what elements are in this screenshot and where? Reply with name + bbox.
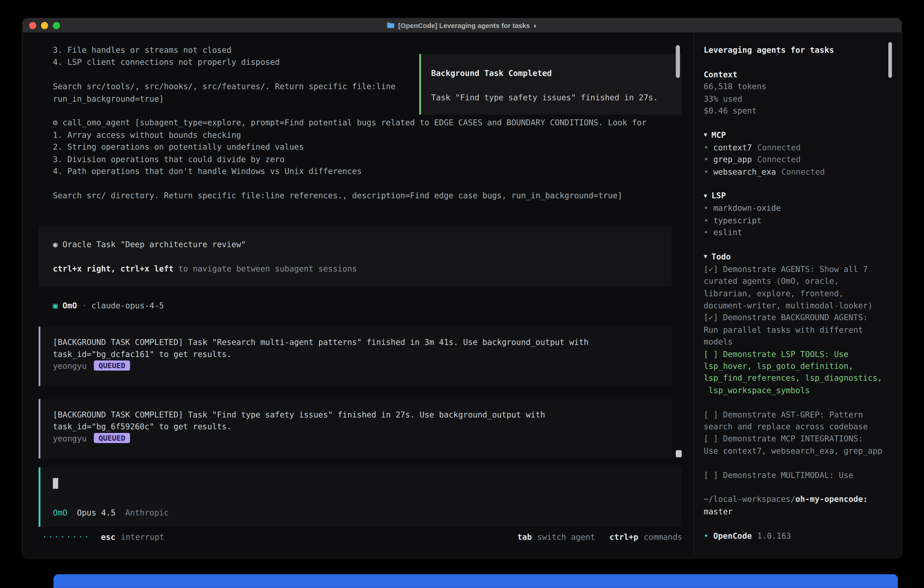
oracle-task-title-line: ◉ Oracle Task "Deep architecture review" (53, 238, 672, 250)
input-model-label: Opus 4.5 (67, 507, 116, 517)
todo-line: [ ] Demonstrate MULTIMODAL: Use (704, 469, 888, 481)
lsp-name: eslint (713, 227, 742, 237)
bullet-icon: • (704, 203, 708, 213)
oracle-hint-keys: ctrl+x right, ctrl+x left (53, 264, 173, 273)
queued-message: [BACKGROUND TASK COMPLETED] Task "Resear… (39, 327, 672, 386)
queued-badge: QUEUED (94, 361, 130, 371)
lsp-section-heading[interactable]: ▼LSP (704, 190, 888, 202)
todo-item-active: [ ] Demonstrate LSP TOOLS: Uselsp_hover,… (704, 348, 888, 396)
ctrlp-key: ctrl+p (609, 532, 638, 542)
tab-hint: tabswitch agent (518, 531, 595, 543)
main-scrollbar-thumb[interactable] (676, 45, 680, 78)
lsp-name: typescript (713, 215, 761, 225)
chevron-down-icon: ▼ (704, 253, 707, 260)
spacer (704, 178, 888, 190)
traffic-lights (29, 21, 60, 29)
todo-line: document-writer, multimodal-looker) (704, 299, 888, 311)
todo-section-heading[interactable]: ▼Todo (704, 251, 888, 263)
terminal-line: 4. Path operations that don't handle Win… (53, 165, 672, 177)
esc-action: interrupt (121, 532, 164, 542)
input-provider-label: Anthropic (116, 507, 169, 517)
session-title: Leveraging agents for tasks (704, 44, 888, 56)
context-heading: Context (704, 68, 888, 80)
bullet-icon: • (704, 154, 708, 164)
status-bar-right: tabswitch agent ctrl+pcommands (518, 531, 682, 543)
lsp-item: •eslint (704, 226, 888, 238)
todo-line: [ ] Demonstrate LSP TOOLS: Use (704, 348, 888, 360)
queued-badge: QUEUED (94, 433, 130, 443)
spacer (704, 517, 888, 529)
bullet-icon: • (704, 227, 708, 237)
terminal-line (53, 177, 672, 189)
todo-line: [✓] Demonstrate AGENTS: Show all 7 (704, 263, 888, 275)
todo-line: lsp_find_references, lsp_diagnostics, (704, 372, 888, 384)
app-name: OpenCode (713, 531, 752, 540)
workspace-branch: master (704, 505, 888, 517)
esc-key: esc (101, 532, 116, 542)
mcp-name: grep_app (713, 154, 752, 164)
workspace-path-prefix: ~/local-workspaces/ (704, 494, 795, 504)
todo-line: [✓] Demonstrate BACKGROUND AGENTS: (704, 312, 888, 324)
version-row: •OpenCode1.0.163 (704, 530, 888, 542)
ctrlp-action: commands (644, 532, 682, 542)
esc-hint: escinterrupt (101, 531, 164, 543)
chat-main-area: 3. File handles or streams not closed4. … (23, 33, 693, 558)
message-author: yeongyu (53, 361, 87, 371)
mcp-status: Connected (781, 167, 825, 176)
lsp-name: markdown-oxide (713, 203, 781, 213)
message-line: [BACKGROUND TASK COMPLETED] Task "Resear… (53, 336, 672, 348)
spacer (704, 396, 888, 408)
message-lines: [BACKGROUND TASK COMPLETED] Task "Resear… (53, 336, 672, 360)
oracle-task-panel: ◉ Oracle Task "Deep architecture review"… (39, 226, 672, 286)
terminal-line: 2. String operations on potentially unde… (53, 141, 672, 153)
todo-line: librarian, explore, frontend, (704, 287, 888, 299)
message-line: task_id="bg_dcfac161" to get results. (53, 348, 672, 360)
minimize-button[interactable] (41, 21, 48, 29)
todo-line: lsp_hover, lsp_goto_definition, (704, 360, 888, 372)
workspace-path-name: oh-my-opencode: (795, 494, 868, 504)
ctrlp-hint: ctrl+pcommands (609, 531, 682, 543)
agent-header: ▣ OmO · claude-opus-4-5 (53, 299, 693, 312)
mcp-section-heading[interactable]: ▼MCP (704, 129, 888, 141)
terminal-folder-icon (386, 22, 395, 29)
spacer (704, 117, 888, 129)
sidebar-scrollbar-thumb[interactable] (888, 42, 892, 78)
message-author: yeongyu (53, 434, 87, 443)
chevron-down-icon: ▼ (704, 192, 707, 199)
background-window-edge[interactable] (53, 574, 898, 588)
mcp-status: Connected (757, 154, 800, 164)
oracle-hint-text: to navigate between subagent sessions (173, 264, 357, 273)
main-scrollbar-thumb-bottom[interactable] (676, 450, 681, 457)
lsp-item: •typescript (704, 214, 888, 226)
message-meta: yeongyuQUEUED (53, 433, 672, 445)
todo-line: lsp_workspace_symbols (704, 384, 888, 396)
mcp-name: context7 (713, 142, 752, 152)
todo-item: [ ] Demonstrate MULTIMODAL: Use (704, 469, 888, 481)
titlebar: [OpenCode] Leveraging agents for tasks ◐ (23, 18, 901, 33)
todo-line: search and replace across codebase (704, 420, 888, 433)
desktop: [OpenCode] Leveraging agents for tasks ◐… (0, 0, 924, 588)
mcp-name: websearch_exa (713, 167, 776, 176)
spacer (704, 481, 888, 493)
mcp-status: Connected (757, 142, 800, 152)
context-used: 33% used (704, 92, 888, 104)
zoom-button[interactable] (53, 21, 60, 29)
close-button[interactable] (29, 21, 36, 29)
workspace-path: ~/local-workspaces/oh-my-opencode: (704, 493, 888, 505)
todo-line: curated agents (OmO, oracle, (704, 275, 888, 287)
mcp-item: •grep_appConnected (704, 153, 888, 165)
todo-item: [ ] Demonstrate MCP INTEGRATIONS:Use con… (704, 433, 888, 457)
terminal-line: ⚙ call_omo_agent [subagent_type=explore,… (53, 117, 672, 129)
bullet-icon: • (704, 215, 708, 225)
mcp-heading-label: MCP (711, 130, 726, 139)
oracle-icon: ◉ (53, 239, 58, 249)
todo-line: models (704, 335, 888, 348)
message-meta: yeongyuQUEUED (53, 360, 672, 372)
input-agent-label: OmO (53, 507, 67, 517)
window-title: [OpenCode] Leveraging agents for tasks (398, 21, 530, 29)
model-info-row: OmO Opus 4.5 Anthropic (53, 506, 681, 519)
prompt-input[interactable]: OmO Opus 4.5 Anthropic (39, 467, 682, 527)
text-cursor (53, 478, 58, 489)
tab-key: tab (518, 532, 532, 542)
context-spent: $0.46 spent (704, 105, 888, 117)
